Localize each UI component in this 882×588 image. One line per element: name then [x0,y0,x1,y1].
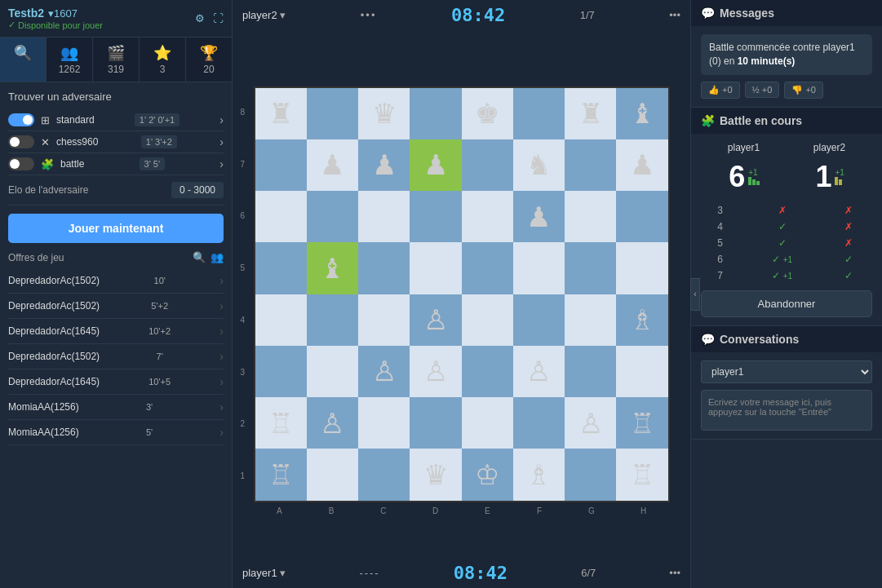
stat-stars[interactable]: ⭐ 3 [140,38,186,82]
cell-a2[interactable]: ♖ [255,397,307,449]
abandon-button[interactable]: Abandonner [701,290,872,317]
cell-f5[interactable] [513,242,565,294]
offer-row-2[interactable]: DepredadorAc(1645) 10'+2 › [8,319,224,344]
stat-search[interactable]: 🔍 [0,38,47,82]
message-input[interactable]: Ecrivez votre message ici, puis appuyez … [701,390,872,431]
cell-e6[interactable] [462,191,513,242]
cell-g8[interactable]: ♜ [565,88,616,139]
cell-a6[interactable] [255,191,307,242]
cell-a5[interactable] [255,242,307,294]
standard-toggle[interactable] [8,113,34,126]
cell-c2[interactable] [358,397,410,449]
cell-b1[interactable] [307,449,358,500]
cell-g3[interactable] [565,346,616,397]
cell-e1[interactable]: ♔ [462,449,513,500]
cell-g6[interactable] [565,191,616,242]
cell-e8[interactable]: ♚ [462,88,513,139]
top-menu-icon[interactable]: ••• [669,9,680,21]
play-now-button[interactable]: Jouer maintenant [8,214,224,243]
cell-h8[interactable]: ♝ [616,88,667,139]
cell-h6[interactable] [616,191,667,242]
cell-b4[interactable] [307,294,358,346]
cell-d5[interactable] [410,242,461,294]
cell-h1[interactable]: ♖ [616,449,667,500]
cell-e4[interactable] [462,294,513,346]
offer-row-6[interactable]: MomiaAA(1256) 5' › [8,420,224,445]
cell-d1[interactable]: ♛ [410,449,461,500]
bottom-player-chevron[interactable]: ▾ [280,567,286,579]
bottom-player-options[interactable]: ---- [359,567,379,579]
cell-h4[interactable]: ♗ [616,294,667,346]
cell-h2[interactable]: ♖ [616,397,667,449]
cell-e3[interactable] [462,346,513,397]
bottom-menu-icon[interactable]: ••• [669,567,680,579]
cell-g7[interactable] [565,139,616,191]
cell-f1[interactable]: ♗ [513,449,565,500]
cell-b5[interactable]: ♝ [307,242,358,294]
cell-b7[interactable]: ♟ [307,139,358,191]
cell-g1[interactable] [565,449,616,500]
standard-expand-btn[interactable]: › [219,113,224,126]
battle-toggle[interactable] [8,157,34,170]
cell-c7[interactable]: ♟ [358,139,410,191]
cell-h7[interactable]: ♟ [616,139,667,191]
cell-f4[interactable] [513,294,565,346]
half-btn[interactable]: ½ +0 [745,82,780,98]
cell-h3[interactable] [616,346,667,397]
cell-f2[interactable] [513,397,565,449]
cell-f3[interactable]: ♙ [513,346,565,397]
cell-b6[interactable] [307,191,358,242]
offers-search-icon[interactable]: 🔍 [193,251,206,263]
cell-c8[interactable]: ♛ [358,88,410,139]
thumbs-down-btn[interactable]: 👎 +0 [784,82,823,99]
username[interactable]: Testb2 [8,7,44,20]
chess-board[interactable]: ♜♛♚♜♝♟♟♟♞♟♟♝♙♗♙♙♙♖♙♙♖♖♛♔♗♖ [254,86,670,502]
offer-row-5[interactable]: MomiaAA(1256) 3' › [8,395,224,420]
cell-b3[interactable] [307,346,358,397]
stat-friends[interactable]: 👥 1262 [47,38,93,82]
cell-a1[interactable]: ♖ [255,449,307,500]
cell-d6[interactable] [410,191,461,242]
cell-e5[interactable] [462,242,513,294]
cell-d7[interactable]: ♟ [410,139,461,191]
cell-c3[interactable]: ♙ [358,346,410,397]
top-player-options[interactable]: ••• [361,9,377,21]
expand-icon[interactable]: ⛶ [213,12,224,24]
elo-value[interactable]: 0 - 3000 [171,182,224,198]
stat-games[interactable]: 🎬 319 [93,38,140,82]
cell-g5[interactable] [565,242,616,294]
cell-e7[interactable] [462,139,513,191]
cell-a8[interactable]: ♜ [255,88,307,139]
user-rating[interactable]: ▾1607 [48,7,78,20]
cell-a4[interactable] [255,294,307,346]
cell-b2[interactable]: ♙ [307,397,358,449]
cell-c5[interactable] [358,242,410,294]
cell-d3[interactable]: ♙ [410,346,461,397]
offer-row-3[interactable]: DepredadorAc(1502) 7' › [8,344,224,369]
cell-c6[interactable] [358,191,410,242]
cell-c1[interactable] [358,449,410,500]
cell-a3[interactable] [255,346,307,397]
thumbs-up-btn[interactable]: 👍 +0 [701,82,740,99]
cell-a7[interactable] [255,139,307,191]
cell-g4[interactable] [565,294,616,346]
offer-row-0[interactable]: DepredadorAc(1502) 10' › [8,268,224,294]
battle-expand-btn[interactable]: › [219,157,224,170]
cell-f6[interactable]: ♟ [513,191,565,242]
cell-h5[interactable] [616,242,667,294]
cell-e2[interactable] [462,397,513,449]
offer-row-1[interactable]: DepredadorAc(1502) 5'+2 › [8,294,224,319]
cell-d8[interactable] [410,88,461,139]
settings-icon[interactable]: ⚙ [195,12,205,24]
stat-trophies[interactable]: 🏆 20 [186,38,232,82]
chess960-expand-btn[interactable]: › [219,135,224,148]
cell-b8[interactable] [307,88,358,139]
chess960-toggle[interactable] [8,135,34,148]
cell-d4[interactable]: ♙ [410,294,461,346]
offer-row-4[interactable]: DepredadorAc(1645) 10'+5 › [8,369,224,395]
cell-d2[interactable] [410,397,461,449]
player-select[interactable]: player1 [701,360,872,383]
cell-g2[interactable]: ♙ [565,397,616,449]
offers-add-icon[interactable]: 👥 [211,251,224,263]
cell-f7[interactable]: ♞ [513,139,565,191]
